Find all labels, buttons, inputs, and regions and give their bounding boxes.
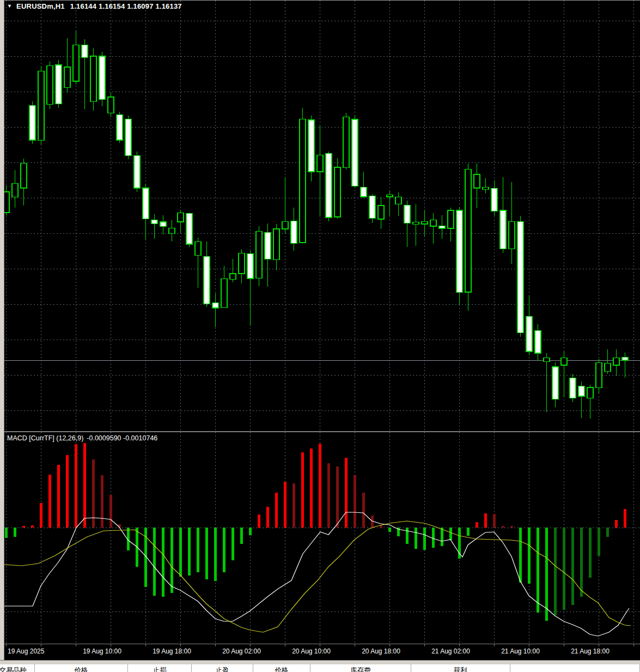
candle-body (308, 120, 314, 172)
terminal-header-row: 交易品种价格止损止盈价格库存费获利 (0, 664, 640, 672)
candle-body (265, 232, 271, 259)
candle-body (430, 220, 436, 226)
candle-body (256, 232, 262, 278)
candle-body (117, 114, 123, 140)
macd-histogram-bar (240, 528, 243, 544)
candle-body (125, 119, 131, 155)
macd-histogram-bar (537, 528, 539, 613)
candle-body (326, 153, 332, 217)
macd-histogram-bar (388, 528, 391, 532)
candle-body (90, 56, 96, 102)
time-axis-label: 21 Aug 18:00 (571, 647, 609, 655)
macd-histogram-bar (292, 483, 295, 528)
macd-histogram-bar (170, 528, 173, 593)
terminal-column-spacer (510, 664, 640, 672)
macd-histogram-bar (327, 463, 330, 528)
macd-indicator-values: -0.0009590 -0.0010746 (87, 434, 157, 442)
terminal-column-tp[interactable]: 止盈 (192, 664, 253, 672)
macd-histogram-bar (615, 520, 618, 528)
panel-separator (0, 431, 640, 432)
macd-histogram-bar (266, 507, 269, 528)
macd-histogram-bar (109, 495, 112, 528)
macd-histogram-bar (5, 528, 8, 538)
window-left-border (0, 0, 4, 672)
macd-histogram-bar (22, 526, 25, 528)
macd-histogram-bar (502, 526, 504, 528)
candle-body (212, 302, 218, 308)
candle-body (544, 358, 550, 361)
macd-histogram-bar (589, 528, 592, 578)
terminal-column-price2[interactable]: 价格 (253, 664, 310, 672)
macd-histogram-bar (57, 465, 60, 528)
terminal-column-sl[interactable]: 止损 (128, 664, 192, 672)
macd-histogram-bar (40, 503, 42, 528)
candle-body (605, 364, 611, 372)
candle-body (82, 45, 88, 58)
macd-histogram-bar (48, 475, 51, 528)
candle-body (160, 222, 166, 227)
time-axis-label: 20 Aug 02:00 (222, 647, 261, 655)
macd-histogram-bar (179, 528, 182, 577)
candle-body (422, 221, 428, 224)
macd-histogram-bar (319, 444, 321, 528)
chart-area[interactable] (0, 0, 640, 672)
chart-ohlc-quotes: 1.16144 1.16154 1.16097 1.16137 (70, 2, 182, 10)
candle-body (378, 205, 384, 219)
terminal-column-swap[interactable]: 库存费 (310, 664, 411, 672)
macd-histogram-bar (249, 528, 252, 535)
macd-histogram-bar (284, 482, 287, 528)
candle-body (247, 254, 253, 279)
macd-histogram-bar (598, 528, 600, 556)
candle-body (483, 187, 489, 189)
time-axis-label: 19 Aug 10:00 (83, 647, 121, 655)
macd-indicator-name: MACD [CurrTF] (12,26,9) (7, 434, 83, 442)
candle-body (395, 197, 401, 204)
chevron-down-icon: ▼ (7, 3, 12, 9)
macd-histogram-bar (31, 525, 34, 528)
terminal-column-symbol[interactable]: 交易品种 (0, 664, 35, 672)
time-axis-label: 20 Aug 18:00 (362, 647, 400, 655)
macd-histogram-bar (580, 528, 583, 597)
candle-body (343, 117, 349, 168)
candle-body (404, 205, 410, 223)
candle-body (387, 195, 393, 197)
time-axis-label: 19 Aug 2025 (8, 647, 44, 655)
terminal-column-profit[interactable]: 获利 (411, 664, 510, 672)
time-axis-label: 21 Aug 10:00 (501, 647, 540, 655)
candle-body (465, 169, 471, 292)
macd-histogram-bar (14, 528, 16, 537)
candle-body (108, 97, 114, 113)
candle-body (317, 155, 323, 172)
candle-body (12, 184, 18, 197)
candle-body (352, 119, 358, 186)
candle-body (221, 279, 227, 307)
macd-histogram-bar (406, 528, 409, 544)
candle-body (517, 221, 523, 332)
macd-histogram-bar (205, 528, 208, 579)
macd-histogram-bar (66, 455, 69, 528)
macd-histogram-bar (624, 509, 626, 528)
candle-body (143, 188, 149, 219)
macd-histogram-bar (449, 528, 452, 540)
candle-body (239, 253, 245, 274)
macd-histogram-bar (554, 528, 557, 615)
macd-histogram-bar (336, 467, 339, 528)
chart-symbol-timeframe: EURUSDm,H1 (16, 2, 65, 10)
candle-body (38, 71, 44, 140)
macd-histogram-bar (519, 528, 522, 583)
macd-histogram-bar (476, 522, 478, 528)
candle-body (56, 65, 62, 104)
candle-body (178, 213, 184, 222)
macd-histogram-bar (310, 449, 313, 528)
macd-histogram-bar (484, 513, 487, 528)
macd-histogram-bar (415, 528, 417, 549)
time-axis-label: 20 Aug 10:00 (292, 647, 331, 655)
terminal-column-price[interactable]: 价格 (35, 664, 128, 672)
macd-histogram-bar (432, 528, 435, 548)
candle-body (596, 363, 602, 388)
macd-histogram-bar (571, 528, 574, 605)
candle-body (587, 388, 593, 398)
candle-body (448, 210, 454, 228)
macd-histogram-bar (606, 528, 609, 537)
candle-body (47, 66, 53, 105)
